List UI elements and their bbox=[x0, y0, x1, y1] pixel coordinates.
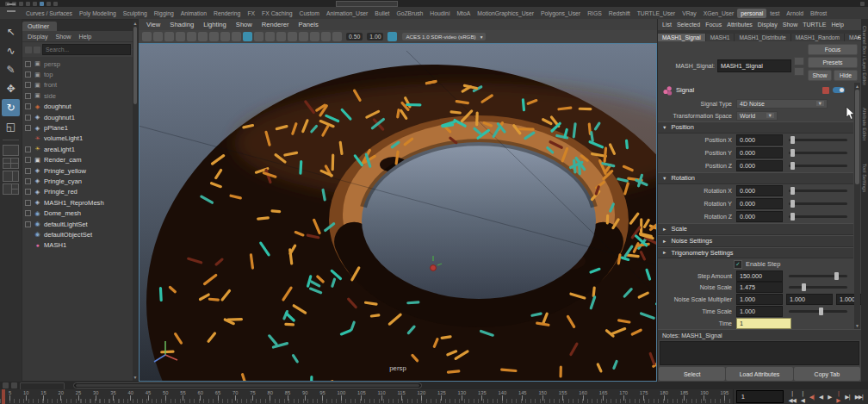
slider-handle[interactable] bbox=[790, 200, 795, 208]
value-slider[interactable] bbox=[789, 165, 847, 167]
rotate-tool[interactable]: ↻ bbox=[2, 99, 20, 116]
frame-tick[interactable]: 190 bbox=[700, 390, 709, 404]
rotation-section-header[interactable]: ▼ Rotation bbox=[658, 172, 853, 184]
outliner-item[interactable]: ☀ areaLight1 bbox=[22, 144, 138, 154]
outliner-item[interactable]: ● MASH1 bbox=[22, 240, 138, 251]
wireframe-icon[interactable] bbox=[220, 32, 230, 41]
value-field[interactable]: 0.000 bbox=[736, 211, 783, 222]
shelf-tab[interactable]: Sculpting bbox=[120, 9, 151, 18]
step-amount-slider[interactable] bbox=[789, 275, 847, 277]
presets-button[interactable]: Presets bbox=[808, 57, 858, 68]
time-ticks[interactable]: 5 10 15 20 25 30 35 40 45 50 55 60 bbox=[0, 389, 734, 404]
value-field[interactable]: 0.000 bbox=[736, 185, 783, 196]
attribute-editor-menu-item[interactable]: Focus bbox=[705, 22, 722, 28]
outliner-item[interactable]: ◈ pPlane1 bbox=[22, 122, 138, 133]
frame-tick[interactable]: 125 bbox=[437, 390, 446, 404]
shelf-tab[interactable]: Animation_User bbox=[323, 9, 371, 18]
frame-tick[interactable]: 160 bbox=[579, 390, 587, 404]
quick-selection-field[interactable] bbox=[336, 1, 398, 7]
hide-button[interactable]: Hide bbox=[834, 70, 858, 81]
expand-toggle-icon[interactable] bbox=[25, 189, 31, 195]
frame-tick[interactable]: 120 bbox=[418, 390, 426, 404]
noise-scale-slider[interactable] bbox=[789, 286, 847, 289]
shelf-tab[interactable]: test bbox=[766, 9, 783, 18]
frame-tick[interactable]: 60 bbox=[198, 390, 203, 404]
shelf-tab[interactable]: VRay bbox=[679, 9, 700, 18]
snap-mode-icon[interactable] bbox=[40, 2, 44, 6]
shelf-tab[interactable]: RIGS bbox=[584, 9, 605, 18]
outliner-item[interactable]: ▣ Render_cam bbox=[22, 155, 138, 165]
notes-text-area[interactable] bbox=[660, 341, 859, 365]
enable-node-toggle[interactable] bbox=[833, 87, 845, 93]
expand-toggle-icon[interactable] bbox=[25, 103, 31, 109]
anim-layer-icon[interactable] bbox=[3, 382, 9, 388]
frame-tick[interactable]: 5 bbox=[9, 390, 11, 404]
frame-tick[interactable]: 95 bbox=[319, 390, 325, 404]
layout-two-pane-button[interactable] bbox=[3, 171, 19, 182]
frame-tick[interactable]: 155 bbox=[559, 390, 567, 404]
multiplier-y-field[interactable]: 1.000 bbox=[786, 294, 833, 305]
depth-of-field-icon[interactable] bbox=[310, 32, 319, 41]
slider-handle[interactable] bbox=[790, 149, 795, 157]
shelf-tab[interactable]: Custom bbox=[296, 9, 323, 18]
lasso-tool[interactable]: ∿ bbox=[2, 42, 20, 59]
slider-handle[interactable] bbox=[790, 136, 795, 144]
viewport-menu-item[interactable]: Panels bbox=[298, 21, 318, 28]
notes-header[interactable]: Notes: MASH1_Signal bbox=[658, 329, 861, 340]
frame-tick[interactable]: 175 bbox=[640, 390, 648, 404]
outliner-menu-item[interactable]: Display bbox=[28, 33, 48, 40]
signal-type-dropdown[interactable]: 4D Noise ▼ bbox=[736, 99, 828, 109]
frame-tick[interactable]: 145 bbox=[518, 390, 527, 404]
expand-toggle-icon[interactable] bbox=[25, 71, 31, 78]
textured-icon[interactable] bbox=[243, 32, 252, 41]
image-plane-icon[interactable] bbox=[187, 32, 196, 41]
expand-toggle-icon[interactable] bbox=[25, 200, 31, 206]
outliner-item[interactable]: ◈ Pringle_yellow bbox=[22, 165, 138, 176]
expand-toggle-icon[interactable] bbox=[25, 178, 31, 184]
exposure-field[interactable]: 0.50 bbox=[346, 33, 363, 40]
node-tab[interactable]: MASH1_Distribute bbox=[735, 34, 790, 41]
outliner-item[interactable]: ▣ front bbox=[22, 80, 138, 90]
scroll-up-icon[interactable]: ▲ bbox=[133, 21, 138, 26]
frame-tick[interactable]: 105 bbox=[357, 390, 366, 404]
ambient-occlusion-icon[interactable] bbox=[276, 32, 286, 41]
scroll-down-icon[interactable]: ▼ bbox=[854, 323, 860, 328]
frame-tick[interactable]: 75 bbox=[250, 390, 255, 404]
expand-toggle-icon[interactable] bbox=[25, 115, 31, 121]
shadows-icon[interactable] bbox=[265, 32, 275, 41]
frame-tick[interactable]: 195 bbox=[721, 390, 729, 404]
enable-step-checkbox[interactable]: ✓ bbox=[734, 260, 742, 269]
layout-four-pane-button[interactable] bbox=[3, 158, 19, 169]
value-slider[interactable] bbox=[789, 190, 847, 192]
scroll-down-icon[interactable]: ▼ bbox=[133, 375, 138, 380]
scale-tool[interactable]: ◱ bbox=[2, 118, 20, 135]
outliner-item[interactable]: ◉ defaultLightSet bbox=[22, 219, 138, 229]
color-management-icon[interactable] bbox=[388, 32, 397, 41]
frame-tick[interactable]: 90 bbox=[302, 390, 307, 404]
focus-button[interactable]: Focus bbox=[808, 44, 858, 55]
2d-pan-zoom-icon[interactable] bbox=[198, 32, 208, 41]
scrollbar-thumb[interactable] bbox=[855, 90, 859, 184]
outliner-menu-item[interactable]: Show bbox=[56, 33, 71, 40]
expand-toggle-icon[interactable] bbox=[25, 82, 31, 88]
outliner-scrollbar[interactable]: ▲ ▼ bbox=[133, 20, 138, 381]
go-to-end-button[interactable]: ▶▶| bbox=[852, 393, 865, 401]
shelf-tab[interactable]: Bifrost bbox=[807, 9, 830, 18]
move-tool[interactable]: ✥ bbox=[2, 80, 20, 97]
value-slider[interactable] bbox=[789, 215, 847, 218]
step-forward-frame-button[interactable]: ▶| bbox=[842, 393, 852, 401]
play-forwards-button[interactable]: ▶ bbox=[825, 393, 834, 401]
expand-toggle-icon[interactable] bbox=[25, 93, 31, 99]
slider-handle[interactable] bbox=[790, 213, 795, 221]
outliner-item[interactable]: ◈ MASH1_ReproMesh bbox=[22, 197, 138, 208]
attribute-editor-menu-item[interactable]: TURTLE bbox=[803, 22, 826, 28]
frame-tick[interactable]: 140 bbox=[498, 390, 506, 404]
frame-tick[interactable]: 55 bbox=[180, 390, 185, 404]
value-field[interactable]: 0.000 bbox=[736, 198, 783, 209]
expand-toggle-icon[interactable] bbox=[25, 61, 31, 67]
frame-tick[interactable]: 25 bbox=[76, 390, 81, 404]
shelf-tab[interactable]: GoZBrush bbox=[393, 9, 426, 18]
shelf-tab[interactable]: Houdini bbox=[426, 9, 453, 18]
attribute-editor-menu-item[interactable]: Attributes bbox=[727, 22, 753, 28]
shelf-tab[interactable]: Polygons_User bbox=[537, 9, 584, 18]
